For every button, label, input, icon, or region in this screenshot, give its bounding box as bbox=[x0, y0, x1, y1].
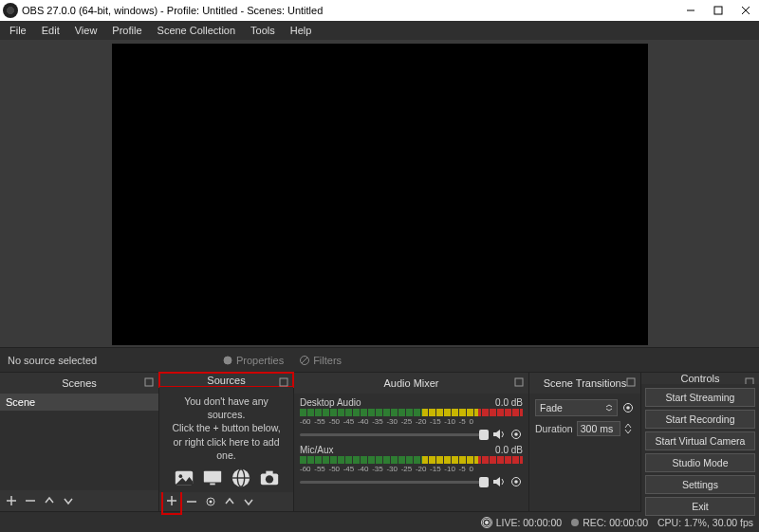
controls-header[interactable]: Controls bbox=[641, 373, 759, 384]
docks-row: Scenes Scene Sources You don't have any … bbox=[0, 373, 759, 511]
source-properties-bar: No source selected Properties Filters bbox=[0, 347, 759, 373]
menu-bar: File Edit View Profile Scene Collection … bbox=[0, 21, 759, 40]
scene-down-button[interactable] bbox=[63, 495, 74, 506]
speaker-icon[interactable] bbox=[492, 475, 506, 488]
controls-title: Controls bbox=[681, 373, 720, 384]
scenes-title: Scenes bbox=[62, 377, 97, 389]
menu-file[interactable]: File bbox=[2, 23, 34, 38]
menu-view[interactable]: View bbox=[67, 23, 105, 38]
start-streaming-button[interactable]: Start Streaming bbox=[645, 388, 755, 407]
source-up-button[interactable] bbox=[224, 496, 235, 507]
transitions-dock: Scene Transitions Fade Duration 300 ms bbox=[529, 373, 641, 511]
sources-dock: Sources You don't have any sources. Clic… bbox=[159, 373, 294, 511]
transition-select[interactable]: Fade bbox=[535, 399, 618, 416]
no-source-label: No source selected bbox=[0, 355, 214, 366]
preview-canvas[interactable] bbox=[112, 44, 648, 345]
filters-button[interactable]: Filters bbox=[291, 351, 349, 370]
scene-item[interactable]: Scene bbox=[0, 394, 158, 411]
popout-icon[interactable] bbox=[625, 376, 637, 388]
add-source-button[interactable] bbox=[166, 495, 177, 506]
minimize-button[interactable] bbox=[676, 0, 704, 21]
remove-scene-button[interactable] bbox=[25, 495, 36, 506]
speaker-icon[interactable] bbox=[492, 428, 506, 441]
hint-line: You don't have any sources. bbox=[165, 394, 287, 421]
controls-body: Start Streaming Start Recording Start Vi… bbox=[641, 384, 759, 516]
sources-header[interactable]: Sources bbox=[159, 373, 293, 387]
gear-icon bbox=[222, 355, 233, 366]
svg-rect-28 bbox=[515, 378, 523, 386]
record-dot-icon bbox=[571, 519, 579, 526]
camera-icon bbox=[259, 468, 280, 488]
mixer-body: Desktop Audio 0.0 dB -60-55-50-45-40-35-… bbox=[294, 394, 528, 511]
live-time: LIVE: 00:00:00 bbox=[496, 517, 562, 528]
studio-mode-button[interactable]: Studio Mode bbox=[645, 453, 755, 472]
channel-name: Desktop Audio bbox=[300, 397, 361, 408]
broadcast-icon bbox=[481, 517, 492, 528]
gear-icon[interactable] bbox=[509, 428, 523, 441]
slider-thumb[interactable] bbox=[479, 477, 489, 487]
slider-thumb[interactable] bbox=[479, 430, 489, 440]
svg-line-7 bbox=[302, 358, 307, 363]
channel-db: 0.0 dB bbox=[495, 445, 523, 455]
window-titlebar: OBS 27.0.0 (64-bit, windows) - Profile: … bbox=[0, 0, 759, 21]
cpu-status: CPU: 1.7%, 30.00 fps bbox=[657, 517, 753, 528]
sources-title: Sources bbox=[207, 375, 245, 386]
hint-line: or right click here to add one. bbox=[165, 435, 287, 462]
menu-tools[interactable]: Tools bbox=[243, 23, 283, 38]
scenes-header[interactable]: Scenes bbox=[0, 373, 158, 394]
volume-slider[interactable] bbox=[300, 433, 489, 436]
svg-rect-1 bbox=[714, 7, 722, 14]
transitions-title: Scene Transitions bbox=[544, 377, 626, 389]
transitions-header[interactable]: Scene Transitions bbox=[529, 373, 640, 394]
properties-button[interactable]: Properties bbox=[214, 351, 291, 370]
duration-stepper[interactable] bbox=[624, 423, 632, 434]
menu-scene-collection[interactable]: Scene Collection bbox=[150, 23, 244, 38]
close-button[interactable] bbox=[731, 0, 759, 21]
menu-edit[interactable]: Edit bbox=[34, 23, 67, 38]
meter-scale: -60-55-50-45-40-35-30-25-20-15-10-50 bbox=[300, 417, 523, 426]
settings-button[interactable]: Settings bbox=[645, 475, 755, 494]
mixer-header[interactable]: Audio Mixer bbox=[294, 373, 528, 394]
source-down-button[interactable] bbox=[243, 496, 254, 507]
svg-point-27 bbox=[210, 501, 213, 504]
channel-db: 0.0 dB bbox=[495, 397, 523, 408]
svg-point-31 bbox=[514, 432, 518, 436]
volume-meter bbox=[300, 456, 523, 464]
scenes-list[interactable]: Scene bbox=[0, 394, 158, 490]
svg-point-37 bbox=[626, 406, 630, 410]
transition-value: Fade bbox=[540, 402, 563, 413]
record-status: REC: 00:00:00 bbox=[571, 517, 648, 528]
add-scene-button[interactable] bbox=[6, 495, 17, 506]
exit-button[interactable]: Exit bbox=[645, 497, 755, 516]
svg-rect-16 bbox=[210, 484, 215, 486]
maximize-button[interactable] bbox=[704, 0, 731, 21]
remove-source-button[interactable] bbox=[186, 496, 197, 507]
start-virtual-camera-button[interactable]: Start Virtual Camera bbox=[645, 431, 755, 450]
volume-slider[interactable] bbox=[300, 481, 489, 484]
svg-rect-12 bbox=[280, 378, 287, 386]
transition-properties-button[interactable] bbox=[621, 401, 635, 414]
svg-point-5 bbox=[227, 358, 230, 361]
svg-rect-35 bbox=[627, 378, 635, 386]
mixer-title: Audio Mixer bbox=[383, 377, 438, 389]
popout-icon[interactable] bbox=[143, 376, 155, 388]
channel-name: Mic/Aux bbox=[300, 445, 334, 455]
properties-label: Properties bbox=[236, 355, 284, 366]
rec-time: REC: 00:00:00 bbox=[583, 517, 648, 528]
preview-area bbox=[0, 40, 759, 347]
chevron-down-icon[interactable] bbox=[624, 429, 632, 434]
popout-icon[interactable] bbox=[513, 376, 525, 388]
menu-profile[interactable]: Profile bbox=[104, 23, 149, 38]
source-properties-button[interactable] bbox=[205, 496, 216, 507]
menu-help[interactable]: Help bbox=[283, 23, 320, 38]
start-recording-button[interactable]: Start Recording bbox=[645, 410, 755, 429]
sources-list[interactable]: You don't have any sources. Click the + … bbox=[159, 387, 293, 492]
audio-mixer-dock: Audio Mixer Desktop Audio 0.0 dB -60-55-… bbox=[294, 373, 529, 511]
svg-marker-29 bbox=[493, 430, 500, 439]
svg-marker-32 bbox=[493, 477, 500, 486]
scene-up-button[interactable] bbox=[44, 495, 55, 506]
meter-scale: -60-55-50-45-40-35-30-25-20-15-10-50 bbox=[300, 465, 523, 473]
duration-input[interactable]: 300 ms bbox=[577, 421, 620, 436]
stream-status: LIVE: 00:00:00 bbox=[481, 517, 562, 528]
gear-icon[interactable] bbox=[509, 475, 523, 488]
